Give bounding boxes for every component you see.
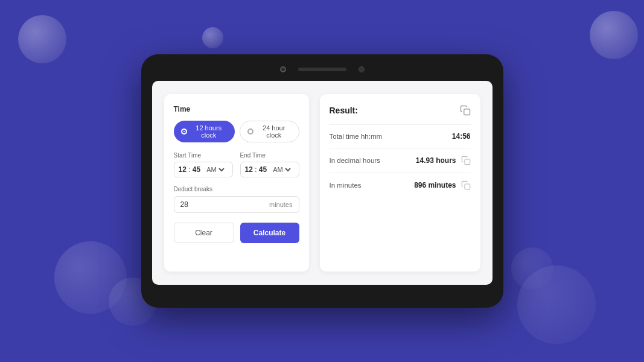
end-time-group: End Time 12 : 45 AM PM [240, 152, 299, 177]
start-minutes: 45 [193, 165, 200, 174]
bubble-decoration-1 [18, 15, 66, 63]
speaker [298, 68, 346, 71]
radio-24h-dot [247, 129, 253, 135]
section-time-label: Time [174, 105, 299, 113]
sensor [359, 66, 365, 72]
start-hours: 12 [179, 165, 187, 174]
end-hours: 12 [245, 165, 253, 174]
minutes-value-group: 896 minutes [414, 180, 470, 190]
minutes-label: In minutes [330, 182, 362, 189]
end-time-label: End Time [240, 152, 299, 159]
time-input-panel: Time 12 hours clock 24 hour clock Start … [164, 94, 309, 272]
decimal-hours-label: In decimal hours [330, 157, 380, 164]
calculate-button[interactable]: Calculate [240, 223, 299, 243]
copy-decimal-icon[interactable] [461, 156, 471, 165]
total-time-value: 14:56 [452, 132, 471, 141]
deduct-breaks-label: Deduct breaks [174, 186, 299, 192]
clock-option-24h[interactable]: 24 hour clock [240, 121, 299, 142]
end-minutes: 45 [259, 165, 267, 174]
minutes-value: 896 minutes [414, 181, 456, 189]
tablet-screen: Time 12 hours clock 24 hour clock Start … [152, 81, 493, 285]
deduct-breaks-input-box: minutes [174, 196, 299, 213]
clock-option-12h[interactable]: 12 hours clock [174, 121, 235, 142]
total-time-label: Total time hh:mm [330, 133, 383, 140]
deduct-unit: minutes [269, 201, 293, 208]
clock-option-24h-label: 24 hour clock [257, 124, 292, 139]
radio-12h-dot [181, 129, 187, 135]
clock-options-group: 12 hours clock 24 hour clock [174, 121, 299, 142]
result-header: Result: [330, 105, 471, 116]
result-row-total-time: Total time hh:mm 14:56 [330, 124, 471, 148]
tablet-top-bar [152, 66, 493, 72]
end-sep: : [255, 165, 257, 174]
svg-rect-2 [465, 184, 470, 189]
time-inputs-row: Start Time 12 : 45 AM PM End Time 12 [174, 152, 299, 177]
bubble-decoration-3 [590, 11, 638, 59]
clear-button[interactable]: Clear [174, 223, 234, 243]
start-time-group: Start Time 12 : 45 AM PM [174, 152, 233, 177]
start-sep: : [188, 165, 191, 174]
copy-minutes-icon[interactable] [461, 180, 471, 190]
svg-rect-1 [465, 159, 470, 165]
action-buttons-row: Clear Calculate [174, 223, 299, 243]
total-time-value-group: 14:56 [452, 132, 471, 141]
result-row-minutes: In minutes 896 minutes [330, 173, 471, 197]
front-camera [280, 66, 286, 72]
copy-all-icon[interactable] [460, 105, 471, 116]
deduct-breaks-input[interactable] [180, 200, 269, 209]
end-time-input[interactable]: 12 : 45 AM PM [240, 162, 299, 177]
result-title: Result: [330, 106, 358, 115]
result-row-decimal-hours: In decimal hours 14.93 hours [330, 148, 471, 173]
decimal-hours-value: 14.93 hours [416, 156, 456, 165]
decimal-hours-value-group: 14.93 hours [416, 156, 471, 165]
start-time-input[interactable]: 12 : 45 AM PM [174, 162, 233, 177]
bubble-decoration-2 [202, 27, 223, 48]
end-period-select[interactable]: AM PM [270, 165, 293, 174]
svg-rect-0 [464, 109, 470, 115]
clock-option-12h-label: 12 hours clock [190, 124, 228, 139]
bubble-decoration-7 [511, 247, 553, 290]
start-time-label: Start Time [174, 152, 233, 159]
start-period-select[interactable]: AM PM [204, 165, 226, 174]
result-panel: Result: Total time hh:mm 14:56 In decima… [320, 94, 480, 272]
tablet-device: Time 12 hours clock 24 hour clock Start … [141, 54, 503, 308]
